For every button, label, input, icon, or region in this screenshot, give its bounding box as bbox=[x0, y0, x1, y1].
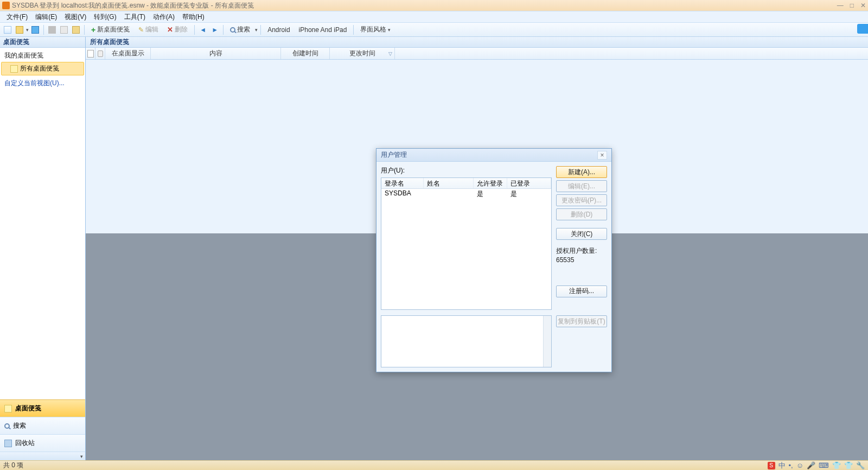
search-icon bbox=[230, 27, 235, 33]
nav-notes[interactable]: 桌面便笺 bbox=[0, 399, 85, 417]
user-list-label: 用户(U): bbox=[381, 166, 552, 175]
new-file-button[interactable] bbox=[2, 24, 13, 35]
sidebar: 桌面便笺 我的桌面便笺 所有桌面便笺 自定义当前视图(U)... 桌面便笺 搜索… bbox=[0, 37, 86, 460]
cell-allow: 是 bbox=[474, 189, 507, 199]
table-row[interactable]: SYSDBA 是 是 bbox=[381, 189, 551, 199]
close-button[interactable]: ✕ bbox=[860, 2, 866, 9]
ime-person-icon: 👕 bbox=[832, 461, 841, 469]
search-dropdown[interactable]: ▾ bbox=[255, 27, 258, 33]
grid-header: 在桌面显示 内容 创建时间 更改时间▽ bbox=[86, 48, 868, 60]
search-icon bbox=[4, 423, 10, 429]
ime-mic-icon: 🎤 bbox=[807, 461, 815, 469]
grid-col-iconA[interactable] bbox=[95, 48, 105, 59]
toolbar-separator bbox=[353, 25, 354, 35]
toolbar-separator bbox=[84, 25, 85, 35]
nav-expand[interactable]: ▾ bbox=[0, 452, 85, 460]
toolbar: ▾ +新桌面便笺 ✎编辑 ✕删除 ◄ ► 搜索 ▾ Android iPhone… bbox=[0, 23, 868, 37]
menu-tools[interactable]: 工具(T) bbox=[121, 11, 149, 23]
dialog-close-action-button[interactable]: 关闭(C) bbox=[556, 228, 607, 240]
window-title: SYSDBA 登录到 localhost:我的桌面便笺.esnw - 效能桌面便… bbox=[12, 1, 254, 10]
grid-col-iconD[interactable] bbox=[86, 48, 95, 59]
note-icon bbox=[4, 405, 12, 412]
user-col-logged[interactable]: 已登录 bbox=[507, 178, 551, 188]
doc-icon bbox=[87, 50, 94, 58]
open-dropdown[interactable]: ▾ bbox=[26, 27, 29, 33]
app-icon bbox=[2, 2, 10, 9]
attach-icon bbox=[98, 50, 103, 57]
cell-name bbox=[424, 189, 474, 199]
next-button[interactable]: ► bbox=[209, 24, 220, 35]
android-button[interactable]: Android bbox=[264, 24, 293, 35]
note-icon bbox=[10, 65, 18, 73]
user-col-login[interactable]: 登录名 bbox=[381, 178, 424, 188]
grid-col-created[interactable]: 创建时间 bbox=[281, 48, 330, 59]
grid-col-show[interactable]: 在桌面显示 bbox=[105, 48, 151, 59]
toolbar-separator bbox=[260, 25, 261, 35]
licensed-users-value: 65535 bbox=[556, 256, 607, 265]
dialog-delete-button[interactable]: 删除(D) bbox=[556, 208, 607, 220]
sidebar-group[interactable]: 我的桌面便笺 bbox=[0, 49, 85, 62]
cell-logged: 是 bbox=[507, 189, 551, 199]
toolbar-separator bbox=[223, 25, 224, 35]
sidebar-item-all-notes[interactable]: 所有桌面便笺 bbox=[1, 62, 84, 75]
dialog-memo[interactable] bbox=[381, 315, 552, 367]
ime-logo-icon: S bbox=[768, 462, 775, 469]
maximize-button[interactable]: □ bbox=[850, 2, 854, 9]
dialog-edit-button[interactable]: 编辑(E)... bbox=[556, 180, 607, 192]
menu-file[interactable]: 文件(F) bbox=[3, 11, 31, 23]
status-item-count: 共 0 项 bbox=[3, 461, 23, 470]
search-button[interactable]: 搜索 bbox=[226, 24, 254, 35]
menu-edit[interactable]: 编辑(E) bbox=[32, 11, 60, 23]
dialog-close-button[interactable]: × bbox=[597, 151, 607, 160]
cut-button[interactable] bbox=[47, 24, 58, 35]
menu-help[interactable]: 帮助(H) bbox=[179, 11, 208, 23]
content-header: 所有桌面便笺 bbox=[86, 37, 868, 48]
dialog-clipboard-button[interactable]: 复制到剪贴板(T) bbox=[556, 315, 607, 327]
new-note-button[interactable]: +新桌面便笺 bbox=[87, 24, 133, 35]
dialog-title: 用户管理 bbox=[381, 150, 407, 160]
grid-col-modified[interactable]: 更改时间▽ bbox=[330, 48, 395, 59]
nav-search[interactable]: 搜索 bbox=[0, 417, 85, 434]
toolbar-separator bbox=[194, 25, 195, 35]
ime-punct-icon: •, bbox=[789, 461, 793, 469]
nav-label: 搜索 bbox=[13, 421, 26, 430]
open-file-button[interactable] bbox=[14, 24, 25, 35]
iphone-button[interactable]: iPhone And iPad bbox=[295, 24, 351, 35]
sort-desc-icon: ▽ bbox=[388, 51, 392, 56]
nav-label: 桌面便笺 bbox=[15, 404, 41, 413]
prev-button[interactable]: ◄ bbox=[197, 24, 208, 35]
ime-tray[interactable]: S 中 •, ☺ 🎤 ⌨ 👕 👕 🔧 bbox=[768, 461, 865, 471]
delete-note-button[interactable]: ✕删除 bbox=[163, 24, 192, 35]
ime-skin-icon: 👕 bbox=[844, 461, 853, 469]
trash-icon bbox=[4, 440, 12, 447]
edit-note-button[interactable]: ✎编辑 bbox=[135, 24, 162, 35]
dialog-regcode-button[interactable]: 注册码... bbox=[556, 285, 607, 297]
copy-button[interactable] bbox=[59, 24, 69, 35]
memo-scrollbar[interactable] bbox=[543, 316, 551, 367]
save-button[interactable] bbox=[30, 24, 41, 35]
nav-recycle[interactable]: 回收站 bbox=[0, 434, 85, 452]
sidebar-header: 桌面便笺 bbox=[0, 37, 85, 48]
dialog-new-button[interactable]: 新建(A)... bbox=[556, 166, 607, 178]
sidebar-item-label: 所有桌面便笺 bbox=[20, 64, 59, 73]
content-pane: 所有桌面便笺 在桌面显示 内容 创建时间 更改时间▽ 安下载 anxz.com … bbox=[86, 37, 868, 460]
user-table[interactable]: 登录名 姓名 允许登录 已登录 SYSDBA 是 是 bbox=[381, 177, 552, 310]
skin-button[interactable]: 界面风格 ▾ bbox=[356, 24, 394, 35]
menu-action[interactable]: 动作(A) bbox=[150, 11, 178, 23]
minimize-button[interactable]: — bbox=[837, 2, 844, 9]
cell-login: SYSDBA bbox=[381, 189, 424, 199]
right-tab-collapsed[interactable] bbox=[857, 24, 868, 34]
dialog-titlebar[interactable]: 用户管理 × bbox=[376, 149, 611, 162]
ime-emoji-icon: ☺ bbox=[796, 461, 803, 469]
ime-lang: 中 bbox=[778, 461, 786, 471]
sidebar-custom-view[interactable]: 自定义当前视图(U)... bbox=[0, 75, 85, 91]
dialog-changepw-button[interactable]: 更改密码(P)... bbox=[556, 194, 607, 206]
grid-col-content[interactable]: 内容 bbox=[151, 48, 281, 59]
user-col-allow[interactable]: 允许登录 bbox=[474, 178, 507, 188]
window-titlebar: SYSDBA 登录到 localhost:我的桌面便笺.esnw - 效能桌面便… bbox=[0, 0, 868, 11]
user-col-name[interactable]: 姓名 bbox=[424, 178, 474, 188]
paste-button[interactable] bbox=[71, 24, 81, 35]
ime-settings-icon: 🔧 bbox=[856, 461, 865, 469]
menu-goto[interactable]: 转到(G) bbox=[91, 11, 119, 23]
menu-view[interactable]: 视图(V) bbox=[61, 11, 90, 23]
